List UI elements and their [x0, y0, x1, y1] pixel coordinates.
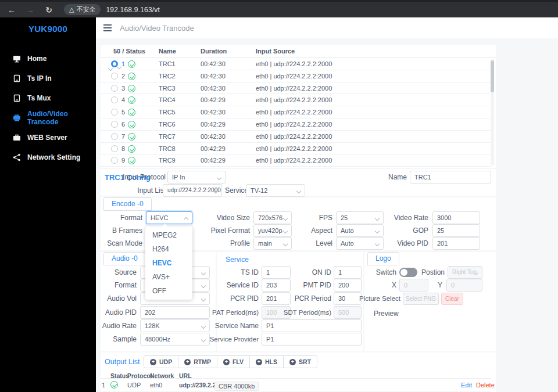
- tab-audio[interactable]: Audio -0: [103, 252, 146, 265]
- channel-radio[interactable]: [111, 121, 118, 128]
- fps-select[interactable]: 25: [336, 211, 384, 224]
- channel-row-trc3[interactable]: 3TRC300:42:30eth0 | udp://224.2.2.2:2000: [101, 82, 491, 95]
- browser-toolbar: ← → ↻ △ 不安全 192.168.9.163/vt: [0, 0, 558, 17]
- clear-button[interactable]: Clear: [441, 293, 463, 305]
- channel-radio[interactable]: [111, 85, 118, 92]
- channel-input-source: eth0 | udp://224.2.2.2:2000: [256, 121, 332, 128]
- on-id-input[interactable]: 1: [334, 266, 362, 279]
- logo-x-input[interactable]: 0: [399, 279, 428, 292]
- transcode-icon: [13, 114, 21, 122]
- service-provider-input[interactable]: P1: [262, 333, 362, 346]
- forward-icon[interactable]: →: [23, 5, 37, 15]
- channel-row-trc9[interactable]: 9TRC900:42:29eth0 | udp://224.2.2.2:2000: [101, 154, 491, 167]
- service-provider-label: Service Provider: [206, 333, 259, 346]
- format-option-off[interactable]: OFF: [145, 284, 192, 298]
- channel-row-trc7[interactable]: 7TRC700:42:30eth0 | udp://224.2.2.2:2000: [101, 131, 491, 143]
- channel-row-trc8[interactable]: 8TRC800:42:29eth0 | udp://224.2.2.2:2000: [101, 143, 491, 155]
- plus-icon: +: [256, 359, 262, 365]
- logo-position-select[interactable]: Right Top: [448, 266, 482, 279]
- sidebar-item-ts-ip-in[interactable]: Ts IP In: [0, 69, 96, 88]
- scrollbar-thumb[interactable]: [491, 60, 494, 92]
- output-network: eth0: [150, 382, 162, 389]
- format-select[interactable]: HEVC: [146, 211, 192, 224]
- audio-format-label: Format: [101, 279, 137, 292]
- channel-name: TRC6: [159, 121, 176, 128]
- service-name-input[interactable]: P1: [262, 319, 362, 332]
- video-pid-input[interactable]: 201: [432, 237, 480, 250]
- pmt-pid-input[interactable]: 200: [334, 279, 362, 292]
- channel-row-trc4[interactable]: 4TRC400:42:29eth0 | udp://224.2.2.2:2000: [101, 94, 491, 106]
- sidebar-item-audio-video-trancode[interactable]: Audio/Video Trancode: [0, 108, 96, 128]
- format-option-h264[interactable]: H264: [145, 242, 192, 256]
- service-list-select[interactable]: TV-12: [246, 184, 305, 197]
- pcr-pid-input[interactable]: 201: [262, 292, 291, 305]
- gop-input[interactable]: 25: [432, 224, 480, 237]
- video-size-select[interactable]: 720x576: [253, 211, 292, 224]
- col-duration: Duration: [201, 48, 227, 55]
- input-protocol-select[interactable]: IP In: [167, 171, 226, 184]
- format-option-avs[interactable]: AVS+: [145, 270, 192, 284]
- bitrate-badge: CBR 4000kb: [214, 382, 259, 391]
- back-icon[interactable]: ←: [5, 5, 19, 15]
- channel-radio[interactable]: [111, 133, 118, 140]
- name-input[interactable]: TRC1: [410, 171, 491, 184]
- sidebar-item-ts-mux[interactable]: Ts Mux: [0, 88, 96, 108]
- format-option-hevc[interactable]: HEVC: [145, 256, 192, 270]
- aspect-select[interactable]: Auto: [336, 224, 384, 237]
- logo-switch-toggle[interactable]: [399, 268, 417, 277]
- add-flv-button[interactable]: +FLV: [217, 355, 250, 368]
- channel-input-source: eth0 | udp://224.2.2.2:2000: [256, 85, 332, 92]
- video-rate-input[interactable]: 3000: [432, 211, 480, 224]
- delete-link[interactable]: Delete: [476, 382, 495, 389]
- channel-row-trc2[interactable]: 2TRC200:42:30eth0 | udp://224.2.2.2:2000: [101, 70, 491, 82]
- profile-select[interactable]: main: [253, 237, 292, 250]
- channel-row-trc5[interactable]: 5TRC500:42:30eth0 | udp://224.2.2.2:2000: [101, 106, 491, 118]
- channel-radio[interactable]: [111, 73, 118, 80]
- add-rtmp-button[interactable]: +RTMP: [178, 355, 217, 368]
- security-badge[interactable]: △ 不安全: [64, 4, 101, 15]
- pixel-format-select[interactable]: yuv420p: [253, 224, 292, 237]
- service-id-input[interactable]: 203: [262, 279, 291, 292]
- tab-encode[interactable]: Encode -0: [103, 197, 152, 211]
- sidebar-item-home[interactable]: Home: [0, 49, 96, 69]
- tab-logo[interactable]: Logo: [367, 252, 399, 265]
- channel-duration: 00:42:29: [201, 157, 226, 164]
- channel-duration: 00:42:30: [201, 60, 226, 67]
- channel-row-trc6[interactable]: 6TRC600:42:29eth0 | udp://224.2.2.2:2000: [101, 118, 491, 131]
- channel-number: 7: [121, 133, 125, 140]
- sidebar-item-web-server[interactable]: WEB Server: [0, 128, 96, 148]
- channel-radio[interactable]: [111, 109, 118, 116]
- output-protocol: UDP: [127, 382, 141, 389]
- channel-number: 4: [121, 96, 125, 103]
- refresh-icon[interactable]: ↻: [42, 5, 56, 15]
- channel-radio[interactable]: [111, 157, 118, 164]
- status-ok-icon: [128, 133, 135, 141]
- ts-id-label: TS ID: [212, 266, 259, 279]
- channel-number: 2: [121, 73, 125, 80]
- level-select[interactable]: Auto: [336, 237, 384, 250]
- add-srt-button[interactable]: +SRT: [283, 355, 317, 368]
- on-id-label: ON ID: [294, 266, 331, 279]
- channel-input-source: eth0 | udp://224.2.2.2:2000: [256, 109, 332, 116]
- input-list-select[interactable]: udp://224.2.2.2:2000: [163, 184, 222, 197]
- menu-toggle-icon[interactable]: [103, 27, 112, 28]
- select-png-button[interactable]: Select PNG: [403, 293, 439, 305]
- logo-y-input[interactable]: 0: [446, 279, 482, 292]
- table-scrollbar[interactable]: [491, 59, 494, 166]
- audio-rate-select[interactable]: 128K: [140, 319, 210, 332]
- channel-radio[interactable]: [111, 145, 118, 152]
- status-ok-icon: [128, 157, 135, 164]
- audio-pid-input[interactable]: 202: [140, 306, 210, 319]
- edit-link[interactable]: Edit: [461, 382, 472, 389]
- channel-row-trc1[interactable]: 1TRC100:42:30eth0 | udp://224.2.2.2:2000: [101, 58, 491, 70]
- channel-radio[interactable]: [111, 96, 118, 103]
- sidebar-item-network-setting[interactable]: Network Setting: [0, 148, 96, 167]
- sdt-period-input[interactable]: 500: [334, 306, 362, 319]
- add-udp-button[interactable]: +UDP: [144, 355, 178, 368]
- ts-id-input[interactable]: 1: [262, 266, 291, 279]
- audio-sample-select[interactable]: 48000Hz: [140, 333, 210, 346]
- security-label: 不安全: [76, 5, 95, 14]
- address-bar[interactable]: 192.168.9.163/vt: [106, 6, 160, 14]
- format-option-mpeg2[interactable]: MPEG2: [145, 228, 192, 242]
- add-hls-button[interactable]: +HLS: [249, 355, 284, 368]
